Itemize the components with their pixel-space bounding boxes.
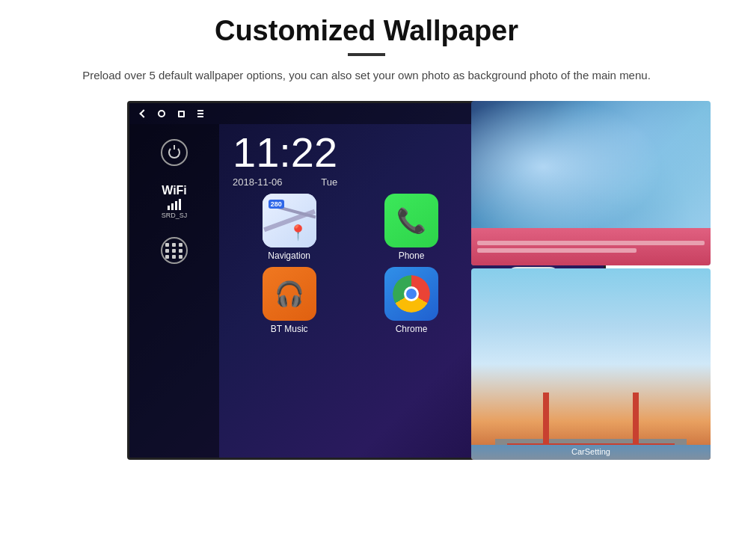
recent-square-icon [178, 111, 185, 117]
app-item-navigation[interactable]: 280 📍 Navigation [231, 194, 347, 261]
wifi-ssid: SRD_SJ [162, 212, 188, 219]
chrome-app-icon [384, 267, 438, 321]
page-subtitle: Preload over 5 default wallpaper options… [30, 67, 703, 84]
app-item-phone[interactable]: 📞 Phone [353, 194, 469, 261]
clock-date: 2018-11-06 Tue [233, 176, 337, 188]
carsetting-label: CarSetting [571, 447, 610, 456]
clock-time: 11:22 [233, 132, 337, 173]
bridge-silhouette-graphic [471, 370, 711, 460]
screenshot-lines-icon [197, 110, 203, 117]
wifi-widget[interactable]: WiFi SRD_SJ [162, 184, 188, 219]
home-circle-icon [158, 110, 165, 117]
phone-symbol-icon: 📞 [396, 206, 426, 235]
phone-app-icon: 📞 [384, 194, 438, 247]
back-arrow-icon [139, 109, 147, 117]
left-sidebar: WiFi SRD_SJ [129, 124, 219, 458]
status-bar-left [137, 108, 206, 119]
screenshot-nav-icon[interactable] [195, 108, 206, 119]
apps-grid-icon [165, 243, 183, 259]
app-item-chrome[interactable]: Chrome [353, 267, 469, 334]
pink-strip-overlay [471, 228, 711, 265]
nav-pin-icon: 📍 [289, 224, 307, 241]
btmusic-app-icon: 🎧 [263, 267, 316, 321]
page-title: Customized Wallpaper [30, 15, 703, 47]
chrome-outer-ring [393, 275, 430, 313]
pink-line-2 [477, 248, 637, 253]
pink-line-1 [477, 241, 705, 245]
power-icon [168, 147, 180, 159]
page-container: Customized Wallpaper Preload over 5 defa… [0, 0, 733, 467]
wifi-bars-icon [168, 199, 181, 210]
chrome-inner-circle [404, 286, 419, 301]
chrome-circle-graphic [393, 275, 430, 313]
wallpaper-bridge: CarSetting [471, 268, 711, 460]
wallpaper-ice [471, 101, 711, 265]
back-nav-icon[interactable] [137, 108, 147, 119]
clock-day-value: Tue [321, 176, 337, 188]
clock-date-value: 2018-11-06 [233, 176, 283, 188]
power-button[interactable] [161, 139, 188, 166]
device-wrapper: 📍 11:22 [30, 101, 703, 460]
navigation-app-label: Navigation [268, 250, 310, 261]
btmusic-app-label: BT Music [271, 324, 308, 334]
bridge-tower-left [543, 393, 549, 445]
bridge-tower-right [633, 393, 639, 445]
wallpaper-panels: CarSetting [471, 101, 711, 460]
title-divider [348, 53, 385, 56]
phone-app-label: Phone [399, 250, 425, 261]
chrome-app-label: Chrome [396, 324, 428, 334]
clock-display: 11:22 2018-11-06 Tue [233, 132, 337, 188]
app-item-btmusic[interactable]: 🎧 BT Music [231, 267, 347, 334]
bluetooth-icon: 🎧 [275, 280, 304, 308]
all-apps-button[interactable] [161, 237, 188, 264]
recent-nav-icon[interactable] [176, 108, 186, 119]
home-nav-icon[interactable] [156, 108, 167, 119]
nav-badge: 280 [269, 200, 284, 209]
navigation-app-icon: 280 📍 [263, 194, 316, 247]
wifi-label: WiFi [162, 184, 187, 197]
